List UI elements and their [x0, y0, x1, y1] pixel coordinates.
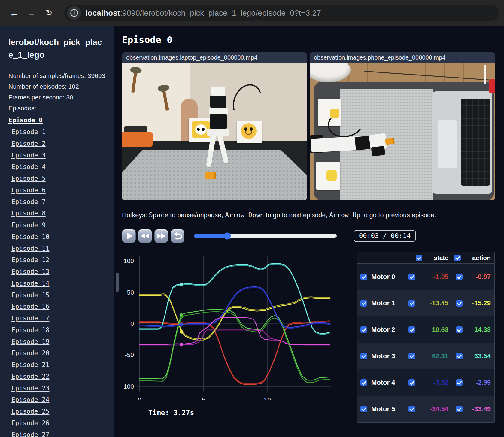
- action-column-checkbox[interactable]: [454, 255, 461, 261]
- episode-link-8[interactable]: Episode 8: [11, 209, 106, 218]
- state-header-label: state: [434, 254, 448, 261]
- motor-0-action-checkbox[interactable]: [456, 274, 463, 280]
- episode-link-6[interactable]: Episode 6: [11, 185, 106, 195]
- action-cell-motor-5: -33.49: [452, 396, 494, 422]
- action-header-label: action: [472, 254, 491, 261]
- motor-2-action-value: 14.33: [463, 326, 491, 334]
- svg-text:50: 50: [127, 289, 134, 296]
- episode-link-26[interactable]: Episode 26: [11, 418, 106, 428]
- forward-icon[interactable]: →: [25, 6, 38, 20]
- episode-link-18[interactable]: Episode 18: [11, 325, 106, 335]
- episode-link-14[interactable]: Episode 14: [11, 279, 106, 289]
- loop-button[interactable]: [171, 229, 184, 243]
- motor-2-state-checkbox[interactable]: [408, 326, 415, 333]
- action-cell-motor-3: 63.54: [452, 343, 494, 369]
- episode-link-12[interactable]: Episode 12: [11, 255, 106, 265]
- robot-motor: [210, 96, 226, 108]
- episode-link-22[interactable]: Episode 22: [11, 372, 106, 382]
- motor-label: Motor 2: [371, 326, 395, 334]
- svg-text:10: 10: [264, 396, 271, 400]
- state-cell-motor-4: -3.52: [405, 369, 452, 396]
- episode-link-21[interactable]: Episode 21: [11, 360, 106, 370]
- episode-link-9[interactable]: Episode 9: [11, 220, 106, 230]
- episode-link-24[interactable]: Episode 24: [11, 395, 106, 405]
- back-icon[interactable]: ←: [8, 6, 21, 20]
- motor-4-state-checkbox[interactable]: [408, 379, 415, 386]
- motor-1-action-checkbox[interactable]: [456, 300, 463, 307]
- episode-link-1[interactable]: Episode 1: [11, 127, 106, 137]
- url-host: localhost: [85, 8, 120, 17]
- motor-2-checkbox[interactable]: [360, 326, 367, 333]
- motor-0-action-value: -0.97: [463, 273, 491, 281]
- episodes-label: Episodes:: [8, 103, 106, 114]
- hug-emoji-face: [241, 123, 257, 139]
- episode-link-13[interactable]: Episode 13: [11, 267, 106, 277]
- hotkeys-text3: to go to previous episode.: [360, 212, 436, 219]
- episode-link-25[interactable]: Episode 25: [11, 407, 106, 417]
- motors-table: state action Motor 0-1.05-0.97Motor 1-13…: [357, 252, 495, 423]
- motor-4-action-checkbox[interactable]: [456, 379, 463, 386]
- browser-toolbar: ← → ↻ localhost:9090/lerobot/koch_pick_p…: [0, 0, 504, 26]
- rewind-button[interactable]: [138, 229, 152, 243]
- motor-5-state-checkbox[interactable]: [408, 406, 415, 412]
- motor-3-action-checkbox[interactable]: [456, 353, 463, 359]
- motor-3-checkbox[interactable]: [360, 353, 367, 359]
- motors-chart[interactable]: -100-500501000510: [122, 252, 332, 400]
- episode-link-15[interactable]: Episode 15: [11, 290, 106, 300]
- dataset-info: Number of samples/frames: 39693 Number o…: [8, 70, 106, 114]
- reload-icon[interactable]: ↻: [42, 6, 56, 20]
- episode-link-3[interactable]: Episode 3: [11, 151, 106, 160]
- hotkeys-text1: to pause/unpause,: [168, 212, 225, 219]
- motor-5-checkbox[interactable]: [360, 406, 367, 412]
- video-card-phone[interactable]: observation.images.phone_episode_000000.…: [310, 52, 495, 200]
- motor-0-checkbox[interactable]: [360, 274, 367, 280]
- fast-forward-button[interactable]: [154, 229, 168, 243]
- episode-link-10[interactable]: Episode 10: [11, 232, 106, 242]
- url-bar[interactable]: localhost:9090/lerobot/koch_pick_place_1…: [64, 5, 499, 21]
- svg-text:-50: -50: [125, 351, 134, 358]
- rewind-icon: [141, 233, 145, 239]
- table-corner-cell: [357, 252, 405, 264]
- motor-4-checkbox[interactable]: [360, 379, 367, 386]
- motor-label: Motor 4: [371, 379, 395, 387]
- robot-bracket: [209, 108, 228, 114]
- rewind-icon: [145, 233, 149, 239]
- episode-link-27[interactable]: Episode 27: [11, 430, 106, 437]
- video-progress-slider[interactable]: [194, 234, 337, 238]
- episode-link-16[interactable]: Episode 16: [11, 302, 106, 312]
- info-episodes: Number of episodes: 102: [8, 81, 106, 92]
- episode-link-19[interactable]: Episode 19: [11, 337, 106, 347]
- slider-thumb[interactable]: [224, 233, 231, 240]
- video-card-laptop[interactable]: observation.images.laptop_episode_000000…: [122, 52, 307, 200]
- motor-0-state-checkbox[interactable]: [408, 274, 415, 280]
- site-info-icon[interactable]: [67, 6, 81, 20]
- motor-5-action-value: -33.49: [463, 405, 491, 413]
- page-title: Episode 0: [122, 34, 504, 45]
- play-button[interactable]: [122, 229, 136, 243]
- state-column-checkbox[interactable]: [416, 255, 422, 261]
- episode-link-11[interactable]: Episode 11: [11, 244, 106, 254]
- laptop-trackpad: [438, 120, 457, 168]
- episode-link-0[interactable]: Episode 0: [8, 115, 106, 125]
- url-path: :9090/lerobot/koch_pick_place_1_lego/epi…: [120, 8, 321, 17]
- motor-2-action-checkbox[interactable]: [456, 326, 463, 333]
- hotkey-arrow-up: Arrow Up: [329, 211, 360, 219]
- episode-link-17[interactable]: Episode 17: [11, 313, 106, 323]
- state-header-cell: state: [405, 252, 452, 264]
- episode-link-5[interactable]: Episode 5: [11, 174, 106, 184]
- motor-2-state-value: 10.63: [415, 326, 448, 334]
- motor-1-state-value: -13.45: [415, 299, 448, 307]
- state-cell-motor-3: 62.31: [405, 343, 452, 369]
- episode-link-2[interactable]: Episode 2: [11, 139, 106, 149]
- motor-3-state-checkbox[interactable]: [408, 353, 415, 359]
- scrollbar-thumb[interactable]: [116, 273, 119, 292]
- episode-link-7[interactable]: Episode 7: [11, 197, 106, 207]
- motor-5-action-checkbox[interactable]: [456, 406, 463, 412]
- episode-link-20[interactable]: Episode 20: [11, 348, 106, 358]
- episode-link-4[interactable]: Episode 4: [11, 162, 106, 172]
- episode-link-23[interactable]: Episode 23: [11, 384, 106, 393]
- motor-1-checkbox[interactable]: [360, 300, 367, 307]
- motor-1-state-checkbox[interactable]: [408, 300, 415, 307]
- hotkeys-text2: to go to next episode,: [264, 212, 329, 219]
- orange-lego-brick-top: [385, 138, 395, 145]
